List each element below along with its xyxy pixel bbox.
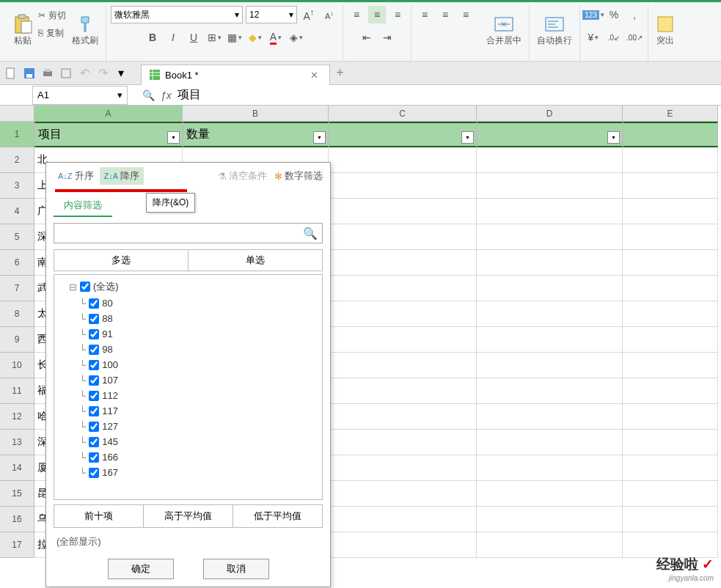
cell-c7[interactable] xyxy=(329,276,477,301)
row-header-9[interactable]: 9 xyxy=(0,327,34,353)
cell-e15[interactable] xyxy=(623,481,718,507)
checkbox[interactable] xyxy=(89,360,99,370)
cell-c2[interactable] xyxy=(329,147,477,173)
cancel-button[interactable]: 取消 xyxy=(203,559,269,579)
cell-e13[interactable] xyxy=(623,430,718,455)
top-ten-button[interactable]: 前十项 xyxy=(54,505,144,527)
check-all-item[interactable]: ⊟(全选) xyxy=(57,278,319,295)
check-item[interactable]: └91 xyxy=(57,326,319,342)
checkbox[interactable] xyxy=(89,437,99,447)
cell-d3[interactable] xyxy=(477,173,623,199)
cell-e11[interactable] xyxy=(623,378,718,404)
cell-e16[interactable] xyxy=(623,507,718,532)
cell-c15[interactable] xyxy=(329,481,477,507)
borders-button[interactable]: ⊞ xyxy=(205,29,223,46)
clear-filter-button[interactable]: ⚗清空条件 xyxy=(218,169,267,183)
row-header-2[interactable]: 2 xyxy=(0,147,34,173)
row-header-10[interactable]: 10 xyxy=(0,353,34,378)
preview-button[interactable] xyxy=(58,65,74,81)
row-header-8[interactable]: 8 xyxy=(0,301,34,327)
decrease-font-button[interactable]: A↓ xyxy=(321,6,338,23)
cell-d8[interactable] xyxy=(477,301,623,327)
cell-e4[interactable] xyxy=(623,199,718,224)
check-item[interactable]: └100 xyxy=(57,357,319,372)
check-item[interactable]: └80 xyxy=(57,295,319,311)
col-header-c[interactable]: C xyxy=(329,106,477,122)
row-header-11[interactable]: 11 xyxy=(0,378,34,404)
cell-c10[interactable] xyxy=(329,353,477,378)
cell-d9[interactable] xyxy=(477,327,623,353)
new-doc-button[interactable] xyxy=(3,65,19,81)
row-header-1[interactable]: 1 xyxy=(0,122,34,147)
cell-e17[interactable] xyxy=(623,532,718,558)
search-icon[interactable]: 🔍 xyxy=(303,227,318,240)
check-item[interactable]: └166 xyxy=(57,449,319,465)
cell-b1[interactable]: 数量▼ xyxy=(183,122,329,147)
check-item[interactable]: └107 xyxy=(57,372,319,388)
cell-c12[interactable] xyxy=(329,404,477,430)
highlight-button[interactable]: ◈ xyxy=(288,29,305,46)
check-item[interactable]: └98 xyxy=(57,342,319,357)
filter-button-a[interactable]: ▼ xyxy=(167,131,180,144)
redo-button[interactable]: ↷ xyxy=(95,65,111,81)
cell-style-button[interactable]: ▦ xyxy=(226,29,244,46)
cell-e14[interactable] xyxy=(623,455,718,481)
cell-e6[interactable] xyxy=(623,250,718,276)
new-tab-button[interactable]: + xyxy=(332,65,348,81)
filter-search-box[interactable]: 🔍 xyxy=(54,223,323,243)
increase-font-button[interactable]: A↑ xyxy=(300,6,318,23)
filter-button-d[interactable]: ▼ xyxy=(607,131,620,144)
bold-button[interactable]: B xyxy=(144,29,161,46)
cell-e1[interactable] xyxy=(623,122,718,147)
check-item[interactable]: └145 xyxy=(57,434,319,449)
currency-button[interactable]: ¥ xyxy=(585,29,602,46)
save-button[interactable] xyxy=(21,65,37,81)
font-color-button[interactable]: A xyxy=(267,29,285,46)
name-box[interactable]: A1▾ xyxy=(32,86,128,105)
cut-button[interactable]: ✂剪切 xyxy=(38,8,66,23)
cell-e3[interactable] xyxy=(623,173,718,199)
ok-button[interactable]: 确定 xyxy=(108,559,174,579)
check-item[interactable]: └112 xyxy=(57,388,319,403)
row-header-6[interactable]: 6 xyxy=(0,250,34,276)
undo-button[interactable]: ↶ xyxy=(76,65,92,81)
checkbox[interactable] xyxy=(89,391,99,401)
cell-c4[interactable] xyxy=(329,199,477,224)
sort-descending-button[interactable]: Z↓A降序 xyxy=(100,167,144,185)
cell-d5[interactable] xyxy=(477,224,623,250)
content-filter-tab[interactable]: 内容筛选 xyxy=(54,195,112,217)
cell-d10[interactable] xyxy=(477,353,623,378)
highlight-cells-button[interactable]: 突出 xyxy=(653,5,678,56)
row-header-16[interactable]: 16 xyxy=(0,507,34,532)
cell-d12[interactable] xyxy=(477,404,623,430)
wrap-text-button[interactable]: 自动换行 xyxy=(534,5,575,56)
row-header-14[interactable]: 14 xyxy=(0,455,34,481)
align-right-button[interactable]: ≡ xyxy=(457,6,475,23)
check-item[interactable]: └167 xyxy=(57,465,319,480)
cell-d13[interactable] xyxy=(477,430,623,455)
cell-e5[interactable] xyxy=(623,224,718,250)
cell-c5[interactable] xyxy=(329,224,477,250)
checkbox[interactable] xyxy=(89,452,99,463)
check-item[interactable]: └117 xyxy=(57,403,319,419)
checkbox[interactable] xyxy=(89,298,99,309)
row-header-15[interactable]: 15 xyxy=(0,481,34,507)
underline-button[interactable]: U xyxy=(185,29,202,46)
above-average-button[interactable]: 高于平均值 xyxy=(144,505,233,527)
font-name-select[interactable]: 微软雅黑▾ xyxy=(111,6,243,23)
align-bottom-button[interactable]: ≡ xyxy=(389,6,406,23)
document-tab[interactable]: Book1 * ✕ xyxy=(141,65,330,85)
merge-center-button[interactable]: 合并居中 xyxy=(483,5,524,56)
fx-label[interactable]: ƒx xyxy=(161,89,172,101)
cell-d14[interactable] xyxy=(477,455,623,481)
fill-color-button[interactable]: ◆ xyxy=(246,29,264,46)
check-item[interactable]: └127 xyxy=(57,419,319,434)
filter-search-input[interactable] xyxy=(59,228,303,239)
checkbox[interactable] xyxy=(89,329,99,339)
cell-d4[interactable] xyxy=(477,199,623,224)
checkbox[interactable] xyxy=(80,282,90,292)
close-tab-button[interactable]: ✕ xyxy=(310,70,322,81)
comma-button[interactable]: , xyxy=(626,6,643,23)
checkbox[interactable] xyxy=(89,406,99,416)
copy-button[interactable]: ⎘复制 xyxy=(38,26,66,40)
